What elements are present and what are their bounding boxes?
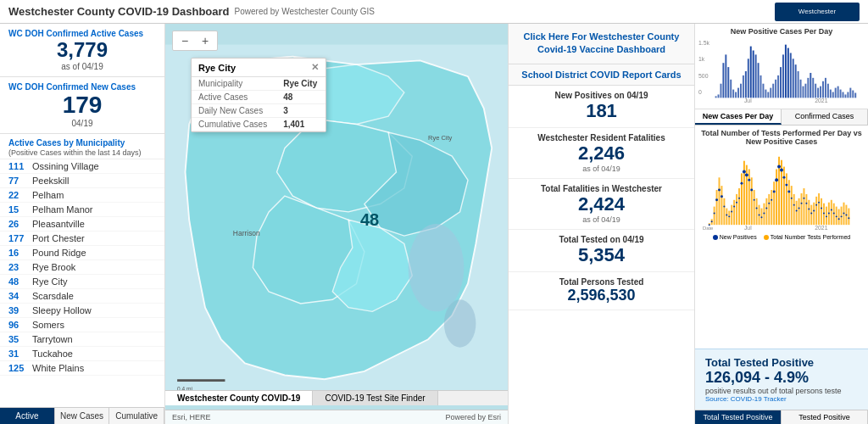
- map-tab-1[interactable]: COVID-19 Test Site Finder: [313, 391, 437, 405]
- muni-name: Somers: [32, 320, 64, 330]
- list-item[interactable]: 48Rye City: [0, 275, 164, 289]
- muni-count: 48: [8, 276, 32, 287]
- legend-item: Total Number Tests Performed: [764, 234, 850, 240]
- svg-rect-113: [810, 205, 812, 226]
- svg-rect-77: [721, 186, 722, 225]
- left-panel: WC DOH Confirmed Active Cases 3,779 as o…: [0, 24, 165, 424]
- zoom-in-icon[interactable]: +: [198, 34, 213, 47]
- svg-rect-58: [830, 90, 832, 98]
- list-item[interactable]: 22Pelham: [0, 188, 164, 203]
- muni-count: 39: [8, 305, 32, 315]
- list-item[interactable]: 177Port Chester: [0, 232, 164, 246]
- svg-rect-26: [750, 47, 752, 98]
- svg-point-132: [715, 198, 718, 201]
- muni-name: Port Chester: [32, 233, 85, 243]
- total-fatalities-label: Total Fatalities in Westchester: [519, 184, 684, 193]
- svg-point-167: [803, 198, 804, 199]
- svg-point-148: [756, 208, 758, 209]
- svg-rect-53: [817, 88, 819, 98]
- svg-point-184: [845, 214, 847, 215]
- map-controls[interactable]: − +: [172, 31, 218, 51]
- svg-rect-54: [820, 86, 821, 98]
- svg-point-179: [833, 212, 835, 214]
- svg-point-154: [771, 199, 772, 201]
- svg-rect-16: [725, 54, 726, 98]
- svg-point-157: [777, 165, 781, 169]
- chart-tab-1[interactable]: Confirmed Cases: [782, 109, 868, 125]
- total-tabs[interactable]: Total Tested PositiveTested Positive: [695, 410, 868, 424]
- list-item[interactable]: 23Rye Brook: [0, 260, 164, 275]
- fatalities-date: as of 04/19: [519, 165, 684, 173]
- svg-text:Jul: Jul: [744, 98, 752, 103]
- left-tab-cumulative[interactable]: Cumulative: [109, 408, 164, 424]
- popup-close-icon[interactable]: ✕: [311, 62, 319, 73]
- total-persons-label: Total Persons Tested: [519, 277, 684, 287]
- list-item[interactable]: 77Peekskill: [0, 174, 164, 188]
- svg-point-136: [726, 214, 727, 215]
- svg-rect-91: [756, 198, 758, 225]
- svg-point-178: [831, 209, 832, 211]
- svg-point-172: [815, 204, 817, 206]
- svg-point-160: [785, 184, 787, 187]
- list-item[interactable]: 16Pound Ridge: [0, 246, 164, 260]
- right-stats-panel: Click Here For Westchester County Covid-…: [508, 24, 694, 424]
- total-tab-0[interactable]: Total Tested Positive: [695, 410, 782, 424]
- map-area[interactable]: Rye Rye City 0.4 mi Harrison − + Rye Cit…: [165, 24, 508, 424]
- map-tab-0[interactable]: Westchester County COVID-19: [165, 391, 313, 405]
- chart-tabs[interactable]: New Cases Per DayConfirmed Cases: [695, 109, 868, 126]
- svg-rect-88: [748, 170, 750, 226]
- svg-rect-84: [738, 188, 740, 225]
- svg-point-182: [841, 215, 843, 217]
- zoom-out-icon[interactable]: −: [177, 34, 192, 47]
- muni-name: Peekskill: [32, 176, 69, 186]
- svg-point-159: [782, 176, 785, 179]
- svg-point-181: [838, 218, 840, 220]
- school-report-button[interactable]: School District COVID Report Cards: [509, 64, 694, 86]
- new-positives-row: New Positives on 04/19 181: [509, 86, 694, 128]
- list-item[interactable]: 39Sleepy Hollow: [0, 304, 164, 318]
- popup-header: Rye City ✕: [192, 59, 326, 77]
- svg-point-174: [821, 208, 822, 209]
- svg-rect-97: [771, 190, 772, 225]
- svg-point-170: [810, 212, 812, 214]
- new-cases-date: 04/19: [8, 119, 156, 128]
- svg-rect-102: [783, 167, 785, 226]
- svg-rect-34: [770, 88, 771, 98]
- municipality-section: Active Cases by Municipality (Positive C…: [0, 134, 164, 407]
- svg-rect-78: [723, 198, 725, 225]
- svg-rect-25: [748, 59, 749, 98]
- svg-rect-75: [716, 190, 718, 225]
- svg-rect-65: [847, 92, 849, 98]
- list-item[interactable]: 125White Plains: [0, 361, 164, 376]
- left-tab-active[interactable]: Active: [0, 408, 55, 424]
- svg-rect-60: [835, 88, 837, 98]
- svg-rect-41: [787, 48, 789, 98]
- legend-item: New Positives: [713, 234, 757, 240]
- svg-point-2: [444, 299, 476, 347]
- muni-count: 15: [8, 204, 32, 215]
- svg-rect-36: [775, 80, 776, 98]
- total-tested-row: Total Tested on 04/19 5,354: [509, 230, 694, 272]
- list-item[interactable]: 96Somers: [0, 318, 164, 332]
- svg-rect-103: [786, 173, 787, 225]
- left-tab-new-cases[interactable]: New Cases: [55, 408, 110, 424]
- svg-point-147: [754, 199, 755, 201]
- legend-dot: [713, 235, 718, 240]
- svg-rect-111: [805, 194, 807, 225]
- list-item[interactable]: 35Tarrytown: [0, 332, 164, 347]
- list-item[interactable]: 31Tuckahoe: [0, 347, 164, 361]
- list-item[interactable]: 15Pelham Manor: [0, 203, 164, 217]
- list-item[interactable]: 26Pleasantville: [0, 217, 164, 232]
- list-item[interactable]: 111Ossining Village: [0, 159, 164, 174]
- chart-legend: New PositivesTotal Number Tests Performe…: [698, 234, 865, 240]
- list-item[interactable]: 34Scarsdale: [0, 289, 164, 304]
- chart-tab-0[interactable]: New Cases Per Day: [695, 109, 782, 125]
- muni-name: White Plains: [32, 363, 84, 373]
- muni-name: Rye Brook: [32, 262, 75, 272]
- svg-rect-40: [785, 45, 787, 98]
- map-tab-bar: Westchester County COVID-19COVID-19 Test…: [165, 390, 508, 405]
- svg-point-166: [801, 203, 803, 204]
- header-subtitle: Powered by Westchester County GIS: [235, 7, 375, 16]
- vaccine-dashboard-button[interactable]: Click Here For Westchester County Covid-…: [509, 24, 694, 64]
- total-tab-1[interactable]: Tested Positive: [782, 410, 868, 424]
